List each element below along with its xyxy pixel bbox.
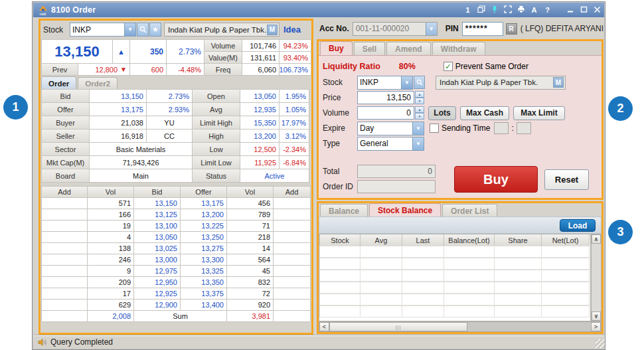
add-cell[interactable] <box>273 197 311 209</box>
add-cell[interactable] <box>273 265 311 277</box>
pin-r-button[interactable]: R <box>506 23 517 35</box>
sending-time-hour-input[interactable] <box>494 122 509 134</box>
offer-price-cell[interactable]: 13,350 <box>180 276 227 288</box>
bid-price-cell[interactable]: 12,900 <box>133 299 181 311</box>
offer-price-cell[interactable]: 13,300 <box>180 254 227 266</box>
scrollbar-track[interactable] <box>467 322 591 331</box>
duplicate-window-icon[interactable] <box>477 5 485 15</box>
bid-vol-cell[interactable]: 138 <box>87 242 134 254</box>
bid-price-cell[interactable]: 13,025 <box>133 242 181 254</box>
add-cell[interactable] <box>273 288 311 300</box>
bid-price-cell[interactable]: 13,100 <box>133 220 181 232</box>
offer-vol-cell[interactable]: 72 <box>226 288 274 300</box>
add-cell[interactable] <box>41 242 88 254</box>
pin-icon[interactable] <box>490 5 499 15</box>
pin-input[interactable]: ****** <box>462 22 503 36</box>
type-combo[interactable]: General ▼ <box>357 137 424 151</box>
font-icon[interactable]: A <box>530 6 538 14</box>
maximize-button[interactable] <box>580 6 588 15</box>
offer-price-cell[interactable]: 13,325 <box>180 265 227 277</box>
lots-button[interactable]: Lots <box>428 106 456 120</box>
scroll-left-icon[interactable]: < <box>319 322 329 331</box>
offer-vol-cell[interactable]: 456 <box>226 197 274 209</box>
offer-vol-cell[interactable]: 71 <box>226 220 274 232</box>
tab-balance[interactable]: Balance <box>320 204 368 218</box>
price-input[interactable]: 13,150 <box>357 91 414 104</box>
add-cell[interactable] <box>41 265 88 277</box>
form-m-button[interactable]: M <box>553 77 564 88</box>
close-button[interactable] <box>593 6 602 15</box>
add-cell[interactable] <box>273 242 311 254</box>
offer-price-cell[interactable]: 13,375 <box>180 288 227 300</box>
offer-vol-cell[interactable]: 218 <box>226 231 274 243</box>
offer-vol-cell[interactable]: 832 <box>226 276 274 288</box>
add-cell[interactable] <box>41 197 88 209</box>
offer-price-cell[interactable]: 13,225 <box>180 220 227 232</box>
offer-vol-cell[interactable]: 14 <box>226 242 274 254</box>
add-cell[interactable] <box>41 276 88 288</box>
load-button[interactable]: Load <box>560 219 596 232</box>
add-cell[interactable] <box>41 209 88 220</box>
stock-m-button[interactable]: M <box>267 25 278 35</box>
acc-no-combo[interactable]: 001-11-000020 ▼ <box>353 22 438 36</box>
form-stock-combo[interactable]: INKP ▼ <box>357 76 413 90</box>
titlebar[interactable]: naik 8100 Order 1 A ? <box>33 3 604 17</box>
scroll-right-icon[interactable]: > <box>591 322 601 331</box>
buy-submit-button[interactable]: Buy <box>454 166 538 193</box>
offer-vol-cell[interactable]: 920 <box>226 299 274 311</box>
tab-amend[interactable]: Amend <box>386 42 431 56</box>
print-icon[interactable] <box>517 5 525 15</box>
stock-search-button[interactable] <box>137 23 149 37</box>
sending-time-checkbox[interactable] <box>430 124 439 133</box>
offer-price-cell[interactable]: 13,175 <box>180 197 227 209</box>
bid-price-cell[interactable]: 13,150 <box>133 197 181 209</box>
horizontal-scrollbar[interactable]: < ||| > <box>319 321 602 332</box>
chevron-down-icon[interactable]: ▼ <box>401 76 412 89</box>
bid-price-cell[interactable]: 12,925 <box>133 288 181 300</box>
add-cell[interactable] <box>273 276 311 288</box>
offer-price-cell[interactable]: 13,400 <box>180 299 227 311</box>
sending-time-minute-input[interactable] <box>517 122 531 134</box>
bid-vol-cell[interactable]: 629 <box>87 299 134 311</box>
tab-sell[interactable]: Sell <box>354 42 385 56</box>
scroll-up-icon[interactable]: ∧ <box>592 234 601 244</box>
bid-vol-cell[interactable]: 9 <box>87 265 134 277</box>
reset-button[interactable]: Reset <box>544 169 589 190</box>
form-stock-search-button[interactable] <box>414 76 425 89</box>
volume-stepper[interactable]: ▲▼ <box>415 106 424 120</box>
bid-price-cell[interactable]: 12,950 <box>133 276 181 288</box>
scrollbar-thumb[interactable]: ||| <box>329 322 467 331</box>
add-cell[interactable] <box>273 220 311 232</box>
add-cell[interactable] <box>41 220 88 232</box>
offer-vol-cell[interactable]: 564 <box>226 254 274 266</box>
prevent-same-order-checkbox[interactable]: ✓ <box>443 62 453 71</box>
bid-price-cell[interactable]: 13,050 <box>133 231 181 243</box>
stock-favorite-button[interactable]: ★ <box>149 23 161 37</box>
bid-vol-cell[interactable]: 209 <box>87 276 134 288</box>
bid-vol-cell[interactable]: 19 <box>87 220 134 232</box>
bid-vol-cell[interactable]: 571 <box>87 197 134 209</box>
offer-vol-cell[interactable]: 45 <box>226 265 274 277</box>
chevron-down-icon[interactable]: ▼ <box>412 122 424 135</box>
add-cell[interactable] <box>273 254 311 266</box>
idea-link[interactable]: Idea <box>283 25 301 35</box>
volume-input[interactable]: 0 <box>357 106 414 120</box>
help-icon[interactable]: ? <box>543 6 552 14</box>
chevron-down-icon[interactable]: ▼ <box>124 23 135 36</box>
add-cell[interactable] <box>273 299 311 311</box>
chevron-down-icon[interactable]: ▼ <box>426 23 437 35</box>
add-cell[interactable] <box>41 231 88 243</box>
bid-price-cell[interactable]: 13,000 <box>133 254 181 266</box>
bid-vol-cell[interactable]: 166 <box>87 209 134 220</box>
tab-stock-balance[interactable]: Stock Balance <box>369 203 441 218</box>
offer-price-cell[interactable]: 13,250 <box>180 231 227 243</box>
tab-order2[interactable]: Order2 <box>78 77 118 90</box>
fullscreen-icon[interactable] <box>503 5 512 15</box>
minimize-button[interactable] <box>566 6 575 15</box>
max-limit-button[interactable]: Max Limit <box>513 106 565 120</box>
add-cell[interactable] <box>41 254 88 266</box>
offer-price-cell[interactable]: 13,275 <box>180 242 227 254</box>
bid-vol-cell[interactable]: 246 <box>87 254 134 266</box>
offer-price-cell[interactable]: 13,200 <box>180 209 227 220</box>
tab-order-list[interactable]: Order List <box>442 204 497 218</box>
